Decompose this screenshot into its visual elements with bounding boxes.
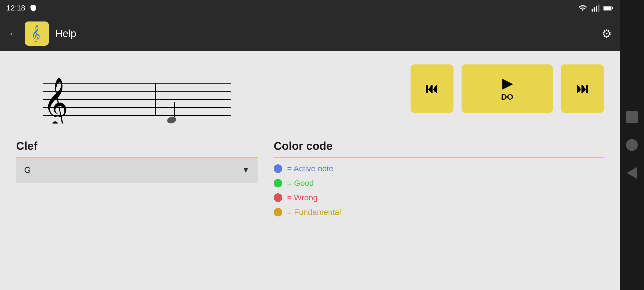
back-button[interactable]: ← (8, 28, 18, 39)
app-icon: 𝄞 (25, 21, 49, 46)
playback-controls: ⏮ ▶ DO ⏭ (268, 62, 604, 113)
svg-text:𝄞: 𝄞 (43, 78, 68, 124)
wifi-icon (579, 4, 587, 12)
side-nav-circle[interactable] (626, 139, 638, 151)
play-icon: ▶ (502, 76, 512, 91)
side-nav (620, 0, 644, 290)
svg-text:𝄞: 𝄞 (31, 25, 40, 42)
clef-dropdown-text: G (24, 165, 31, 175)
color-item: = Active note (274, 164, 604, 173)
prev-button[interactable]: ⏮ (411, 64, 453, 113)
shield-icon (30, 4, 37, 12)
clef-section: Clef G ▼ (16, 140, 258, 222)
color-label: = Fundamental (287, 208, 341, 217)
prev-icon: ⏮ (426, 81, 438, 96)
battery-icon (603, 4, 613, 12)
svg-rect-2 (596, 6, 597, 12)
color-item: = Good (274, 179, 604, 188)
play-button[interactable]: ▶ DO (462, 64, 553, 113)
next-button[interactable]: ⏭ (561, 64, 604, 113)
color-dot (274, 208, 282, 216)
staff-svg: 𝄞 (21, 64, 252, 124)
color-label: = Active note (287, 164, 334, 173)
svg-rect-6 (604, 6, 611, 10)
status-time: 12:18 (6, 4, 25, 12)
side-nav-triangle[interactable] (627, 167, 637, 179)
color-label: = Wrong (287, 193, 318, 202)
color-item: = Fundamental (274, 208, 604, 217)
side-nav-square[interactable] (626, 111, 638, 123)
status-icons-right (579, 4, 613, 12)
status-bar: 12:18 (0, 0, 620, 16)
color-dot (274, 164, 282, 173)
next-icon: ⏭ (576, 81, 589, 96)
music-icon: 𝄞 (28, 25, 45, 42)
color-code-title: Color code (274, 140, 604, 153)
top-section: 𝄞 ⏮ ▶ DO ⏭ (0, 51, 620, 132)
color-code-section: Color code = Active note= Good= Wrong= F… (274, 140, 604, 222)
settings-button[interactable]: ⚙ (602, 27, 612, 40)
color-dot (274, 179, 282, 187)
signal-icon (591, 4, 599, 12)
clef-title: Clef (16, 140, 258, 153)
svg-rect-0 (592, 9, 593, 12)
main-content: 𝄞 ⏮ ▶ DO ⏭ Clef (0, 51, 620, 290)
color-items-container: = Active note= Good= Wrong= Fundamental (274, 164, 604, 217)
status-icons-left (30, 4, 37, 12)
play-label: DO (501, 92, 513, 102)
clef-dropdown-arrow: ▼ (242, 166, 250, 175)
svg-rect-5 (612, 7, 613, 9)
color-code-divider (274, 157, 604, 158)
color-label: = Good (287, 179, 314, 188)
clef-dropdown[interactable]: G ▼ (16, 158, 258, 183)
svg-rect-3 (598, 5, 599, 12)
header-title: Help (55, 28, 76, 39)
bottom-section: Clef G ▼ Color code = Active note= Good=… (0, 132, 620, 233)
svg-point-16 (166, 116, 177, 124)
svg-rect-1 (594, 7, 595, 12)
app-header: ← 𝄞 Help ⚙ (0, 16, 620, 51)
color-dot (274, 193, 282, 202)
staff-container: 𝄞 (16, 62, 258, 126)
color-item: = Wrong (274, 193, 604, 202)
